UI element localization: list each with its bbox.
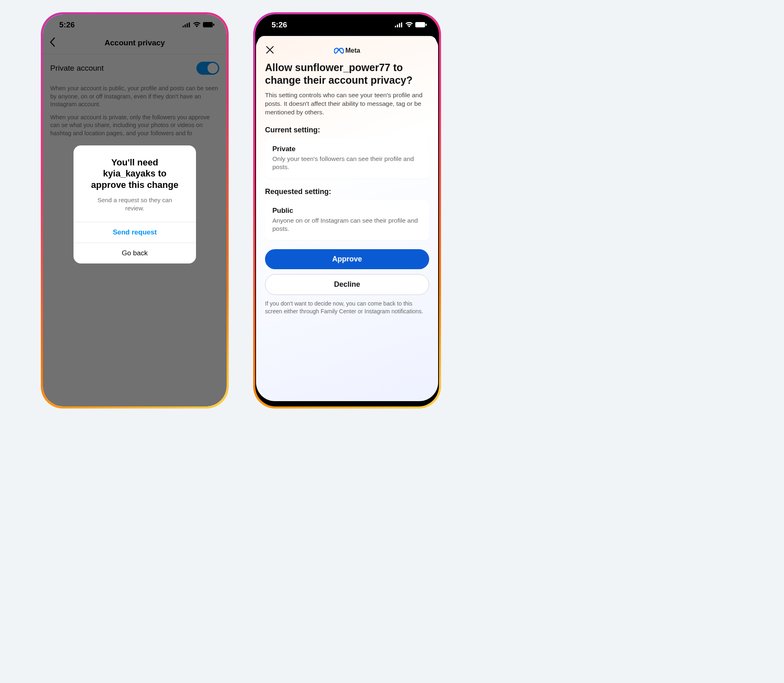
meta-infinity-icon bbox=[334, 47, 344, 54]
sheet-header: Meta bbox=[265, 45, 429, 56]
sheet-title: Allow sunflower_power77 to change their … bbox=[265, 61, 429, 86]
close-button[interactable] bbox=[266, 45, 274, 56]
close-icon bbox=[266, 46, 274, 54]
current-setting-card: Private Only your teen's followers can s… bbox=[265, 138, 429, 179]
approve-button[interactable]: Approve bbox=[265, 249, 429, 269]
phone-left-inner: 5:26 Account privacy Private account bbox=[43, 14, 227, 406]
svg-rect-7 bbox=[397, 25, 398, 27]
sheet-footer-text: If you don't want to decide now, you can… bbox=[265, 300, 429, 315]
meta-brand-text: Meta bbox=[345, 47, 360, 54]
svg-rect-8 bbox=[399, 23, 400, 27]
requested-setting-desc: Anyone on or off Instagram can see their… bbox=[272, 217, 422, 233]
svg-rect-6 bbox=[395, 26, 396, 27]
svg-rect-11 bbox=[425, 24, 427, 26]
approval-modal: You'll need kyia_kayaks to approve this … bbox=[74, 145, 196, 263]
requested-setting-title: Public bbox=[272, 207, 422, 215]
modal-title: You'll need kyia_kayaks to approve this … bbox=[74, 145, 196, 193]
status-bar: 5:26 bbox=[255, 14, 439, 33]
meta-logo: Meta bbox=[334, 47, 360, 54]
svg-rect-9 bbox=[401, 22, 402, 27]
phone-left: 5:26 Account privacy Private account bbox=[41, 12, 229, 408]
go-back-button[interactable]: Go back bbox=[74, 243, 196, 263]
svg-rect-10 bbox=[415, 22, 425, 27]
current-setting-desc: Only your teen's followers can see their… bbox=[272, 155, 422, 171]
status-time: 5:26 bbox=[272, 20, 287, 29]
battery-icon bbox=[415, 20, 427, 29]
phone-right: 5:26 bbox=[253, 12, 441, 408]
send-request-button[interactable]: Send request bbox=[74, 222, 196, 243]
wifi-icon bbox=[405, 20, 413, 29]
cellular-icon bbox=[395, 20, 403, 29]
approval-sheet: Meta Allow sunflower_power77 to change t… bbox=[256, 38, 438, 401]
sheet-subtitle: This setting controls who can see your t… bbox=[265, 91, 429, 117]
decline-button[interactable]: Decline bbox=[265, 274, 429, 295]
phone-right-inner: 5:26 bbox=[255, 14, 439, 406]
requested-setting-card: Public Anyone on or off Instagram can se… bbox=[265, 200, 429, 240]
modal-overlay: You'll need kyia_kayaks to approve this … bbox=[43, 14, 227, 406]
requested-setting-label: Requested setting: bbox=[265, 187, 429, 196]
current-setting-title: Private bbox=[272, 145, 422, 153]
status-icons bbox=[395, 20, 427, 29]
current-setting-label: Current setting: bbox=[265, 126, 429, 134]
modal-subtitle: Send a request so they can review. bbox=[74, 193, 196, 222]
